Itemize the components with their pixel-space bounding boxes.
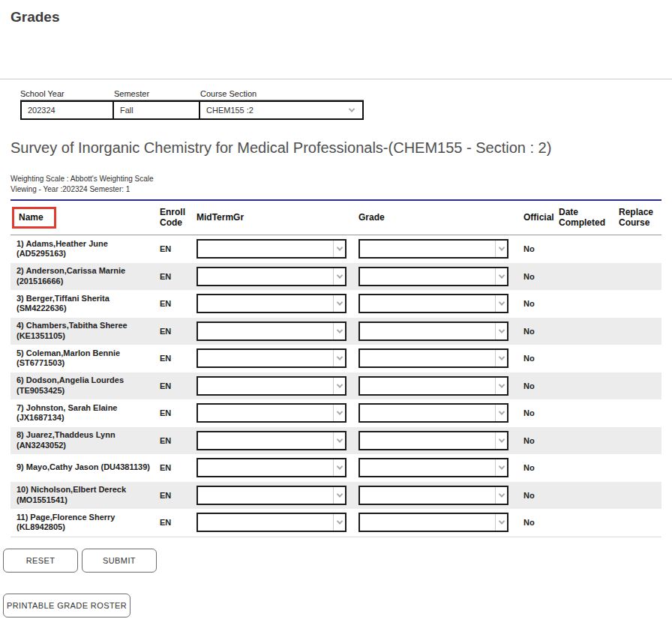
chevron-down-icon xyxy=(495,378,507,394)
midterm-grade-select[interactable] xyxy=(196,321,346,341)
table-row: 6) Dodson,Angelia Lourdes (TE9053425) EN… xyxy=(10,372,662,400)
weighting-scale-text: Weighting Scale : Abbott's Weighting Sca… xyxy=(10,175,672,183)
grade-select[interactable] xyxy=(358,294,508,313)
chevron-down-icon xyxy=(495,268,507,285)
enroll-code-value: EN xyxy=(160,354,196,363)
semester-select[interactable]: Fall xyxy=(112,100,200,120)
midterm-grade-select[interactable] xyxy=(196,239,346,259)
midterm-grade-select[interactable] xyxy=(196,376,346,396)
midterm-grade-cell xyxy=(196,294,358,313)
grade-cell xyxy=(358,431,524,450)
chevron-down-icon xyxy=(495,487,507,504)
student-name: 8) Juarez,Thaddeus Lynn (AN3243052) xyxy=(10,430,160,451)
midterm-grade-select[interactable] xyxy=(196,486,346,505)
grade-select[interactable] xyxy=(358,431,508,450)
semester-value: Fall xyxy=(120,106,134,115)
chevron-down-icon xyxy=(333,295,345,312)
official-value: No xyxy=(524,354,559,363)
table-row: 1) Adams,Heather June (AD5295163) EN No xyxy=(10,235,662,263)
grade-select[interactable] xyxy=(358,321,508,341)
chevron-down-icon xyxy=(333,323,345,339)
chevron-down-icon xyxy=(495,241,507,257)
chevron-down-icon xyxy=(495,295,507,312)
grade-select[interactable] xyxy=(358,267,508,286)
course-section-filter: Course Section CHEM155 :2 xyxy=(200,89,364,120)
grade-select[interactable] xyxy=(358,348,508,368)
midterm-grade-cell xyxy=(196,267,358,286)
semester-label: Semester xyxy=(114,89,200,100)
official-value: No xyxy=(524,491,559,500)
table-row: 8) Juarez,Thaddeus Lynn (AN3243052) EN N… xyxy=(10,427,662,455)
midterm-grade-cell xyxy=(196,239,358,259)
enroll-code-value: EN xyxy=(160,436,196,445)
grade-cell xyxy=(358,348,524,368)
student-name: 2) Anderson,Carissa Marnie (201516666) xyxy=(10,266,160,287)
grade-cell xyxy=(358,458,524,477)
student-name-cell: 3) Berger,Tiffani Sherita (SM4222636) xyxy=(10,294,160,315)
grade-cell xyxy=(358,294,524,313)
student-name-cell: 2) Anderson,Carissa Marnie (201516666) xyxy=(10,266,160,287)
official-value: No xyxy=(524,408,559,417)
grade-cell xyxy=(358,376,524,396)
chevron-down-icon xyxy=(333,378,345,394)
table-row: 10) Nicholson,Elbert Dereck (MO1551541) … xyxy=(10,482,662,510)
course-title: Survey of Inorganic Chemistry for Medica… xyxy=(10,139,672,157)
grade-select[interactable] xyxy=(358,403,508,423)
official-value: No xyxy=(524,244,559,253)
enroll-code-value: EN xyxy=(160,463,196,472)
midterm-grade-select[interactable] xyxy=(196,348,346,368)
chevron-down-icon xyxy=(333,459,345,476)
midterm-grade-cell xyxy=(196,403,358,423)
student-name-cell: 5) Coleman,Marlon Bennie (ST6771503) xyxy=(10,348,160,369)
official-value: No xyxy=(524,463,559,472)
course-section-select[interactable]: CHEM155 :2 xyxy=(199,100,364,120)
student-name: 3) Berger,Tiffani Sherita (SM4222636) xyxy=(10,294,160,315)
grade-select[interactable] xyxy=(358,458,508,477)
midterm-grade-select[interactable] xyxy=(196,294,346,313)
midterm-grade-cell xyxy=(196,513,358,532)
midterm-grade-select[interactable] xyxy=(196,513,346,532)
printable-grade-roster-button[interactable]: PRINTABLE GRADE ROSTER xyxy=(3,594,130,618)
name-column-header-cell: Name xyxy=(10,207,160,229)
student-name-cell: 6) Dodson,Angelia Lourdes (TE9053425) xyxy=(10,375,160,396)
midterm-grade-select[interactable] xyxy=(196,431,346,450)
school-year-select[interactable]: 202324 xyxy=(20,100,114,120)
midterm-grade-select[interactable] xyxy=(196,458,346,477)
midterm-grade-select[interactable] xyxy=(196,403,346,423)
school-year-label: School Year xyxy=(20,89,114,100)
enroll-code-value: EN xyxy=(160,272,196,281)
grade-cell xyxy=(358,513,524,532)
chevron-down-icon xyxy=(333,405,345,421)
grade-select[interactable] xyxy=(358,239,508,259)
chevron-down-icon xyxy=(495,432,507,449)
enroll-code-value: EN xyxy=(160,381,196,390)
course-section-label: Course Section xyxy=(200,89,364,100)
grade-select[interactable] xyxy=(358,376,508,396)
roster-header: Name Enroll Code MidTermGr Grade Officia… xyxy=(10,201,662,235)
chevron-down-icon xyxy=(333,268,345,285)
midterm-grade-cell xyxy=(196,321,358,341)
midterm-grade-cell xyxy=(196,458,358,477)
midterm-grade-select[interactable] xyxy=(196,267,346,286)
official-value: No xyxy=(524,518,559,527)
grade-select[interactable] xyxy=(358,513,508,532)
chevron-down-icon xyxy=(495,323,507,339)
submit-button[interactable]: SUBMIT xyxy=(82,549,157,573)
chevron-down-icon xyxy=(333,514,345,531)
name-column-header: Name xyxy=(19,212,44,223)
chevron-down-icon xyxy=(495,350,507,366)
official-value: No xyxy=(524,299,559,308)
semester-filter: Semester Fall xyxy=(114,89,200,120)
school-year-filter: School Year 202324 xyxy=(20,89,114,120)
student-name-cell: 1) Adams,Heather June (AD5295163) xyxy=(10,239,160,260)
reset-button[interactable]: RESET xyxy=(3,549,78,573)
midterm-grade-cell xyxy=(196,431,358,450)
grade-roster-table: Name Enroll Code MidTermGr Grade Officia… xyxy=(10,199,662,537)
grade-select[interactable] xyxy=(358,486,508,505)
official-value: No xyxy=(524,436,559,445)
divider xyxy=(0,79,672,79)
grade-cell xyxy=(358,321,524,341)
viewing-text: Viewing - Year :202324 Semester: 1 xyxy=(10,185,672,193)
student-name-cell: 8) Juarez,Thaddeus Lynn (AN3243052) xyxy=(10,430,160,451)
grades-page: Grades School Year 202324 Semester Fall … xyxy=(0,0,672,618)
